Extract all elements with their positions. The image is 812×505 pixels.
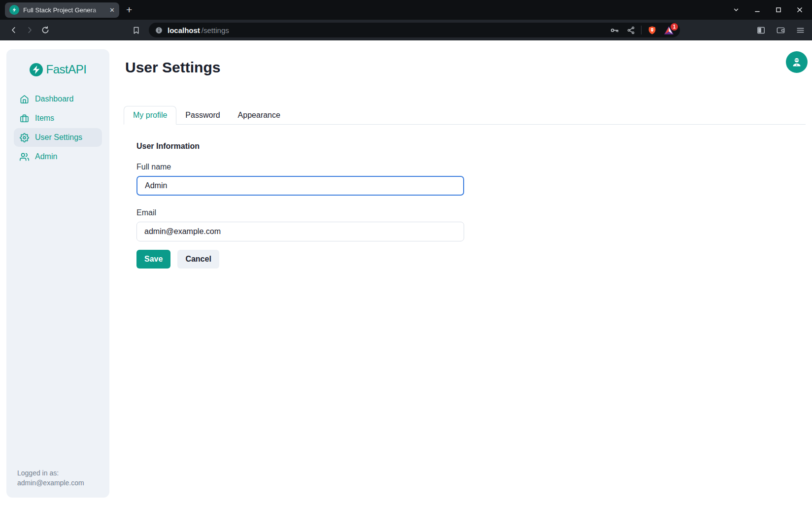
sidebar-nav: Dashboard Items User Settings Admin: [6, 90, 109, 166]
sidebar-footer: Logged in as: admin@example.com: [6, 468, 109, 498]
reload-icon[interactable]: [37, 22, 53, 38]
logged-in-label: Logged in as:: [17, 468, 104, 478]
sidebar-item-dashboard[interactable]: Dashboard: [14, 90, 102, 108]
email-input[interactable]: [136, 222, 464, 241]
users-icon: [20, 152, 29, 162]
back-icon[interactable]: [6, 22, 22, 38]
user-icon: [791, 56, 803, 68]
user-avatar-button[interactable]: [786, 51, 808, 73]
logged-in-email: admin@example.com: [17, 478, 104, 488]
navbar-right-icons: [756, 26, 812, 35]
close-icon[interactable]: [796, 6, 803, 13]
rewards-triangle-icon[interactable]: 1: [664, 26, 674, 35]
window-controls: [733, 6, 803, 13]
shield-icon[interactable]: [647, 26, 657, 35]
tab-favicon-lightning-icon: [9, 5, 19, 15]
form-buttons: Save Cancel: [136, 250, 464, 269]
forward-icon[interactable]: [22, 22, 37, 38]
bookmark-icon[interactable]: [128, 22, 144, 38]
browser-tab[interactable]: Full Stack Project Genera ✕: [5, 2, 119, 18]
briefcase-icon: [20, 114, 29, 123]
tab-password[interactable]: Password: [176, 106, 229, 124]
tab-close-icon[interactable]: ✕: [109, 6, 115, 14]
full-name-input[interactable]: [136, 176, 464, 196]
wallet-icon[interactable]: [776, 26, 785, 35]
url-bar[interactable]: localhost /settings 1: [149, 23, 680, 37]
site-info-icon[interactable]: [155, 26, 163, 34]
profile-form: User Information Full name Email Save Ca…: [136, 142, 464, 269]
save-button[interactable]: Save: [136, 250, 170, 269]
menu-icon[interactable]: [796, 26, 805, 35]
sidebar-item-items[interactable]: Items: [14, 109, 102, 128]
browser-titlebar: Full Stack Project Genera ✕ +: [0, 0, 812, 20]
sidebar-panel-icon[interactable]: [756, 26, 766, 35]
sidebar-item-label: User Settings: [35, 133, 82, 142]
url-host: localhost: [168, 26, 200, 34]
sidebar: FastAPI Dashboard Items User Settings: [6, 49, 109, 498]
page-title: User Settings: [125, 59, 220, 76]
logo-text: FastAPI: [46, 63, 87, 76]
tab-appearance[interactable]: Appearance: [229, 106, 289, 124]
app-page: FastAPI Dashboard Items User Settings: [0, 40, 812, 505]
rewards-badge: 1: [671, 23, 678, 31]
minimize-icon[interactable]: [754, 6, 761, 13]
tab-title: Full Stack Project Genera: [23, 6, 105, 14]
new-tab-button[interactable]: +: [126, 4, 132, 16]
fastapi-logo: FastAPI: [30, 63, 87, 76]
maximize-icon[interactable]: [775, 6, 782, 13]
url-divider: [641, 26, 642, 34]
sidebar-item-label: Items: [35, 114, 54, 123]
tab-my-profile[interactable]: My profile: [124, 106, 176, 125]
window-chevron-icon[interactable]: [733, 6, 740, 13]
browser-navbar: localhost /settings 1: [0, 20, 812, 40]
url-path: /settings: [202, 26, 229, 34]
settings-tabbar: My profile Password Appearance: [124, 106, 806, 125]
email-label: Email: [136, 208, 464, 217]
sidebar-item-label: Dashboard: [35, 95, 73, 103]
sidebar-item-user-settings[interactable]: User Settings: [14, 128, 102, 147]
sidebar-item-admin[interactable]: Admin: [14, 147, 102, 166]
key-icon[interactable]: [610, 26, 619, 35]
cancel-button[interactable]: Cancel: [177, 250, 219, 269]
share-icon[interactable]: [627, 26, 635, 34]
section-title: User Information: [136, 142, 464, 151]
fastapi-lightning-icon: [30, 63, 43, 76]
full-name-label: Full name: [136, 163, 464, 171]
sidebar-item-label: Admin: [35, 152, 57, 161]
home-icon: [20, 95, 29, 104]
gear-icon: [20, 133, 29, 142]
